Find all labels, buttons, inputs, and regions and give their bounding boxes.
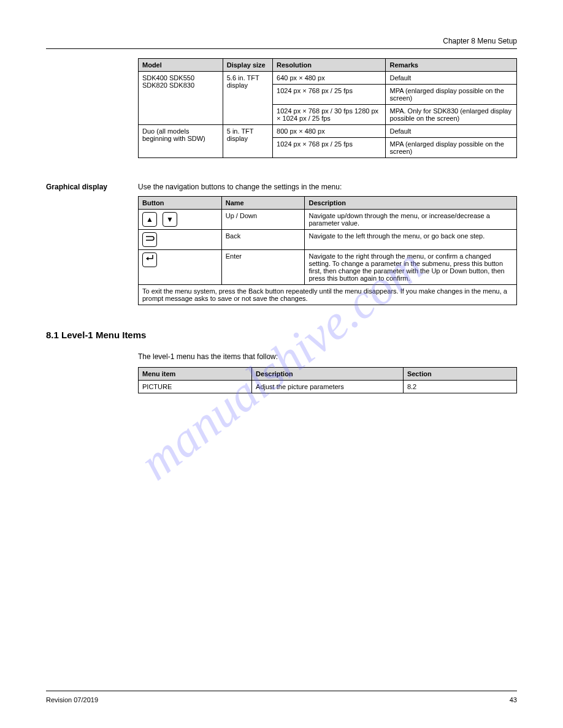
cell-rem-1-0: Default: [386, 125, 517, 138]
intro-text: Use the navigation buttons to change the…: [138, 183, 517, 191]
cell-display-1: 5 in. TFT display: [223, 125, 272, 158]
th-menuitem: Menu item: [139, 368, 252, 381]
menu-items-table: Menu item Description Section PICTURE Ad…: [138, 367, 517, 393]
section-heading: 8.1 Level-1 Menu Items: [46, 330, 517, 340]
cell-btn-back: [139, 230, 222, 250]
cell-menuitem-0: PICTURE: [139, 381, 252, 393]
th-name: Name: [221, 197, 305, 210]
buttons-table: Button Name Description ▲ ▼ Up / Down Na…: [138, 196, 517, 305]
cell-desc-2: Navigate to the right through the menu, …: [305, 250, 517, 285]
down-icon: ▼: [163, 212, 177, 227]
cell-rem-0-0: Default: [386, 72, 517, 85]
back-icon: [142, 232, 157, 247]
cell-menusection-0: 8.2: [403, 381, 516, 393]
th-menudesc: Description: [252, 368, 404, 381]
th-model: Model: [139, 59, 223, 72]
cell-menudesc-0: Adjust the picture parameters: [252, 381, 404, 393]
footer-left: Revision 07/2019: [46, 696, 98, 703]
enter-icon: [142, 252, 157, 267]
section3-intro: The level-1 menu has the items that foll…: [138, 352, 517, 361]
resolution-table: Model Display size Resolution Remarks SD…: [138, 58, 517, 158]
cell-name-2: Enter: [221, 250, 305, 285]
th-desc: Description: [305, 197, 517, 210]
footer-right: 43: [510, 696, 517, 703]
cell-model-1: Duo (all models beginning with SDW): [139, 125, 223, 158]
cell-note: To exit the menu system, press the Back …: [139, 285, 517, 305]
page-footer: Revision 07/2019 43: [46, 691, 517, 703]
cell-rem-1-1: MPA (enlarged display possible on the sc…: [386, 138, 517, 158]
th-remarks: Remarks: [386, 59, 517, 72]
cell-rem-0-2: MPA. Only for SDK830 (enlarged display p…: [386, 105, 517, 125]
th-display: Display size: [223, 59, 272, 72]
th-resolution: Resolution: [273, 59, 386, 72]
header-right: Chapter 8 Menu Setup: [443, 37, 517, 45]
cell-name-0: Up / Down: [221, 210, 305, 230]
side-label-graphical: Graphical display: [46, 183, 138, 191]
cell-name-1: Back: [221, 230, 305, 250]
page-header: Chapter 8 Menu Setup: [46, 37, 517, 49]
th-button: Button: [139, 197, 222, 210]
cell-res-1-1: 1024 px × 768 px / 25 fps: [273, 138, 386, 158]
cell-desc-1: Navigate to the left through the menu, o…: [305, 230, 517, 250]
cell-desc-0: Navigate up/down through the menu, or in…: [305, 210, 517, 230]
cell-res-0-1: 1024 px × 768 px / 25 fps: [273, 85, 386, 105]
cell-model-0: SDK400 SDK550 SDK820 SDK830: [139, 72, 223, 125]
cell-rem-0-1: MPA (enlarged display possible on the sc…: [386, 85, 517, 105]
cell-res-0-2: 1024 px × 768 px / 30 fps 1280 px × 1024…: [273, 105, 386, 125]
th-menusection: Section: [403, 368, 516, 381]
cell-btn-enter: [139, 250, 222, 285]
cell-res-0-0: 640 px × 480 px: [273, 72, 386, 85]
up-icon: ▲: [142, 212, 157, 227]
cell-res-1-0: 800 px × 480 px: [273, 125, 386, 138]
cell-btn-updown: ▲ ▼: [139, 210, 222, 230]
cell-display-0: 5.6 in. TFT display: [223, 72, 272, 125]
